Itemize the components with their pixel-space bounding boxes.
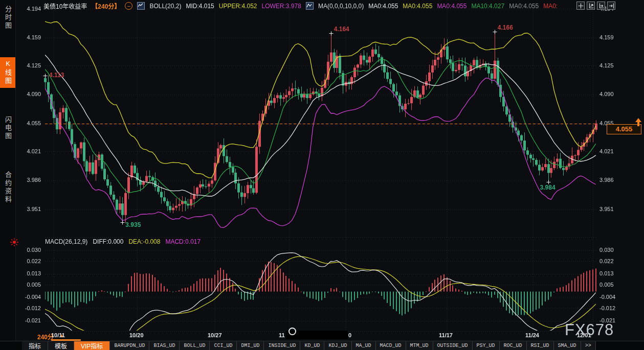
- macd-axis-label-l-5: -0.012: [19, 305, 41, 311]
- macd-label: MACD(26,12,9): [45, 238, 87, 245]
- ma-value-4: MA0:4.055: [509, 3, 539, 10]
- chart-legend-bar: 美债10年收益率 【240分】 – BOLL(20,2) MID:4.015 U…: [43, 2, 558, 10]
- extreme-price-label-3: 3.935: [125, 221, 141, 228]
- date-label-0: 10/11: [51, 332, 65, 338]
- sidebar-tab-3[interactable]: 合约资料: [0, 169, 15, 206]
- extreme-price-label-0: 4.113: [49, 72, 64, 79]
- date-label-5: 11/17: [439, 332, 453, 338]
- macd-axis-label-r-3: 0.005: [599, 282, 614, 288]
- price-axis-label-r-7: 3.951: [599, 206, 614, 212]
- extreme-price-label-1: 4.164: [334, 26, 349, 33]
- boll-upper-value: UPPER:4.052: [219, 3, 257, 10]
- ma-value-1: MA0:4.055: [403, 3, 432, 10]
- toolbar-item-sma_ud[interactable]: SMA_UD: [554, 341, 581, 350]
- toolbar-item-[interactable]: 指标: [22, 341, 48, 350]
- date-label-2: 10/27: [208, 332, 222, 338]
- macd-axis-label-l-1: 0.022: [19, 258, 41, 264]
- macd-axis-label-l-2: 0.013: [19, 270, 41, 276]
- macd-axis-label-l-0: 0.030: [19, 247, 41, 253]
- toolbar-item-macd_ud[interactable]: MACD_UD: [376, 341, 406, 350]
- chart-tool-buttons: [576, 2, 615, 10]
- macd-axis-label-l-4: -0.004: [19, 294, 41, 300]
- chart-canvas[interactable]: [0, 0, 644, 350]
- sidebar-tab-1[interactable]: K线图: [0, 57, 15, 88]
- macd-legend: MACD(26,12,9) DIFF:0.000 DEA:-0.008 MACD…: [45, 238, 201, 245]
- macd-axis-label-r-4: -0.004: [599, 294, 615, 300]
- ma-value-2: MA0:4.055: [437, 3, 467, 10]
- toolbar-item-ma_ud[interactable]: MA_UD: [352, 341, 376, 350]
- toolbar-item-bias_ud[interactable]: BIAS_UD: [149, 341, 180, 350]
- toolbar-item-barupdn_ud[interactable]: BARUPDN_UD: [110, 341, 149, 350]
- price-axis-label-l-0: 4.194: [19, 6, 41, 12]
- price-axis-label-l-3: 4.090: [19, 91, 41, 97]
- price-axis-label-l-5: 4.021: [19, 148, 41, 154]
- date-label-1: 10/20: [129, 332, 144, 338]
- macd-axis-label-l-3: 0.005: [19, 282, 41, 288]
- extreme-price-label-2: 4.166: [498, 24, 513, 31]
- macd-hist-value: MACD:0.017: [165, 238, 201, 245]
- price-axis-label-l-4: 4.055: [19, 120, 41, 126]
- macd-axis-label-l-6: -0.021: [19, 317, 41, 323]
- instrument-title: 美债10年收益率: [43, 2, 87, 10]
- alert-burst-icon[interactable]: [10, 238, 18, 248]
- latest-price-marker-icon[interactable]: [634, 118, 642, 129]
- toolbar-item-cci_ud[interactable]: CCI_UD: [210, 341, 237, 350]
- toolbar-item-boll_ud[interactable]: BOLL_UD: [180, 341, 210, 350]
- toolbar-item-kdj_ud[interactable]: KDJ_UD: [324, 341, 351, 350]
- toolbar-item-[interactable]: 模板: [48, 341, 74, 350]
- toolbar-item-dmi_ud[interactable]: DMI_UD: [237, 341, 264, 350]
- toolbar-item->>[interactable]: >>: [581, 341, 596, 350]
- boll-mid-value: MID:4.015: [186, 3, 214, 10]
- date-label-6: 11/24: [525, 332, 539, 338]
- boll-lower-value: LOWER:3.978: [262, 3, 301, 10]
- boll-label: BOLL(20,2): [149, 3, 181, 10]
- macd-axis-label-r-1: 0.022: [599, 258, 614, 264]
- macd-axis-label-r-0: 0.030: [599, 247, 614, 253]
- price-axis-label-r-1: 4.159: [599, 34, 614, 40]
- price-axis-label-r-3: 4.090: [599, 91, 614, 97]
- axis-cursor-marker: [288, 328, 296, 335]
- sidebar-tab-2[interactable]: 闪电图: [0, 113, 15, 143]
- price-axis-label-r-5: 4.021: [599, 148, 614, 154]
- ma-value-0: MA0:4.055: [368, 3, 398, 10]
- toolbar-item-inside_ud[interactable]: INSIDE_UD: [264, 341, 300, 350]
- collapse-icon[interactable]: –: [125, 2, 132, 10]
- toolbar-item-vip[interactable]: VIP指标: [74, 341, 110, 350]
- ma-value-5: MA0:: [543, 3, 558, 10]
- price-axis-label-l-7: 3.951: [19, 206, 41, 212]
- price-axis-label-l-1: 4.159: [19, 34, 41, 40]
- toolbar-corner-spacer: [0, 341, 22, 350]
- date-label-3: 11: [279, 332, 285, 338]
- ma-values: MA0:4.055MA0:4.055MA0:4.055MA10:4.027MA0…: [368, 3, 558, 10]
- scale-x-axis-icon[interactable]: [597, 2, 605, 10]
- price-axis-label-r-6: 3.986: [599, 177, 614, 183]
- macd-diff-value: DIFF:0.000: [93, 238, 123, 245]
- ma-label: MA(0,0,0,10,0,0): [318, 3, 364, 10]
- toolbar-filler: [596, 341, 644, 350]
- toolbar-item-kd_ud[interactable]: KD_UD: [300, 341, 324, 350]
- macd-dea-value: DEA:-0.008: [128, 238, 160, 245]
- watermark: FX678: [565, 321, 614, 339]
- chart-type-sidebar: 分时图K线图闪电图合约资料: [0, 0, 16, 341]
- toolbar-item-roc_ud[interactable]: ROC_UD: [500, 341, 527, 350]
- macd-axis-label-r-5: -0.012: [599, 305, 615, 311]
- ma-value-3: MA10:4.027: [471, 3, 504, 10]
- period-badge[interactable]: 【240分】: [92, 2, 120, 10]
- date-label-4: 0: [348, 332, 351, 338]
- toolbar-item-outside_ud[interactable]: OUTSIDE_UD: [433, 341, 473, 350]
- extreme-price-label-4: 3.984: [540, 184, 556, 191]
- scale-y-axis-icon[interactable]: [587, 2, 595, 10]
- shift-right-icon[interactable]: [607, 2, 615, 10]
- indicator-toolbar: 指标模板VIP指标BARUPDN_UDBIAS_UDBOLL_UDCCI_UDD…: [0, 341, 644, 350]
- ma-indicator-icon: [306, 2, 314, 10]
- price-axis-label-l-6: 3.986: [19, 177, 41, 183]
- price-axis-label-r-2: 4.125: [599, 62, 614, 68]
- toolbar-item-psy_ud[interactable]: PSY_UD: [473, 341, 500, 350]
- toolbar-item-rsi_ud[interactable]: RSI_UD: [527, 341, 554, 350]
- sidebar-tab-0[interactable]: 分时图: [0, 3, 15, 33]
- boll-indicator-icon: [137, 2, 145, 10]
- price-axis-label-l-2: 4.125: [19, 62, 41, 68]
- pan-cross-icon[interactable]: [576, 2, 585, 10]
- toolbar-item-mtm_ud[interactable]: MTM_UD: [406, 341, 433, 350]
- macd-axis-label-r-2: 0.013: [599, 270, 614, 276]
